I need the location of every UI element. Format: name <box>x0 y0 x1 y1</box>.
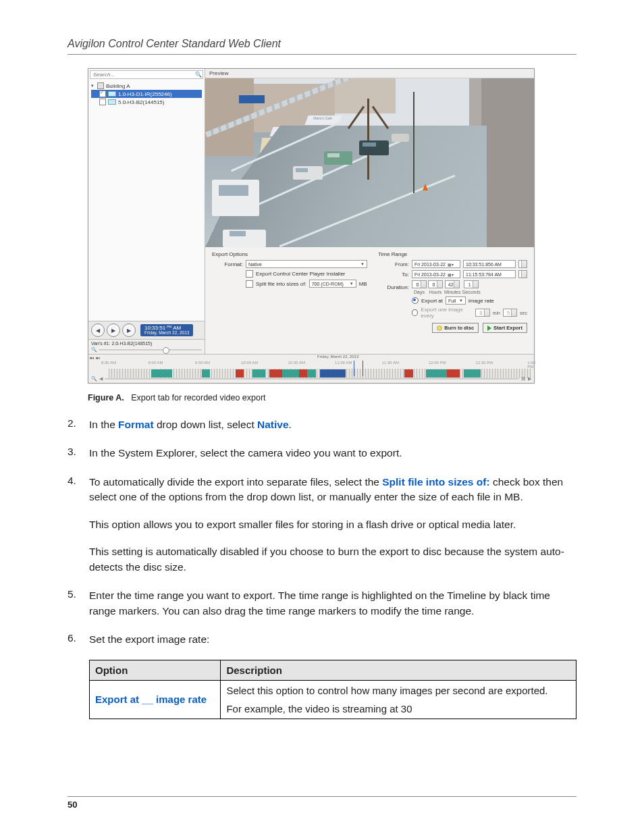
kw-split-file: Split file into sizes of: <box>382 476 489 488</box>
row-description: Select this option to control how many i… <box>221 680 576 719</box>
options-row: Export Options Format: Native ▼ Export C… <box>205 247 534 354</box>
search-icon: 🔍 <box>194 72 203 78</box>
timeline-zoom-slider[interactable] <box>105 378 519 380</box>
preview-label: Preview <box>205 69 534 78</box>
split-size-value: 700 (CD-ROM) <box>312 282 344 286</box>
step-2: 2. In the Format drop down list, select … <box>68 417 576 432</box>
to-time-spinner[interactable] <box>518 270 527 278</box>
dur-days[interactable]: 0 <box>412 280 427 288</box>
chevron-down-icon: ▼ <box>360 262 365 266</box>
page-footer: 50 <box>68 796 576 810</box>
tree-root[interactable]: ▾ Building A <box>91 82 202 90</box>
camera-icon <box>108 91 116 97</box>
collapse-icon[interactable]: ▤ <box>521 376 525 382</box>
zoom-out-icon[interactable]: 🔍 <box>91 347 97 353</box>
caption-prefix: Figure A. <box>88 393 124 402</box>
range-marker-end[interactable] <box>363 361 363 376</box>
tick-label: 10:00 AM <box>241 361 258 365</box>
dur-minutes[interactable]: 42 <box>445 280 460 288</box>
instruction-list: 2. In the Format drop down list, select … <box>68 417 576 719</box>
tick-label: 12:00 PM <box>429 361 446 365</box>
from-time-input[interactable]: 10:33:51:856 AM <box>463 260 516 268</box>
dur-seconds[interactable]: 1 <box>464 280 479 288</box>
main-panel: Preview Mario's Cafe <box>205 69 534 354</box>
from-label: From: <box>378 261 409 267</box>
step-back-button[interactable]: ◀ <box>91 323 105 337</box>
tick-label: 11:30 AM <box>382 361 399 365</box>
camera-icon <box>108 99 116 105</box>
tick-label: 8:30 AM <box>101 361 116 365</box>
sidebar: 🔍 ▾ Building A 1.0-H3-D1-IR(255246) <box>88 69 205 354</box>
interval-min[interactable]: 0 <box>475 309 489 317</box>
interval-radio[interactable] <box>412 309 418 316</box>
tree-item-label: 5.0-H3-B2(144515) <box>118 99 164 105</box>
playback-controls: ◀ ▶ ▶ 10:33:51 ᴾᴹ AM Friday, March 22, 2… <box>88 321 205 339</box>
tick-label: 11:00 AM <box>335 361 352 365</box>
from-date-picker[interactable]: Fri 2013-03-22▦▾ <box>412 260 460 268</box>
calendar-icon: ▦▾ <box>448 262 454 267</box>
footer-camera-name: Van's #1: 2.0-H3-B2(148515) <box>91 341 202 346</box>
site-icon <box>97 82 104 89</box>
time-range-panel: Time Range From: Fri 2013-03-22▦▾ 10:33:… <box>378 251 527 350</box>
tick-label: 9:00 AM <box>149 361 163 365</box>
search-input[interactable] <box>90 71 194 78</box>
to-date-picker[interactable]: Fri 2013-03-22▦▾ <box>412 270 460 278</box>
interval-label: Export one image every <box>421 307 473 319</box>
to-time-input[interactable]: 11:15:53:784 AM <box>463 270 516 278</box>
timeline-date: Friday, March 22, 2013 <box>316 355 360 359</box>
format-label: Format: <box>212 261 243 267</box>
rate-suffix: image rate <box>468 298 494 304</box>
tree-item-label: 1.0-H3-D1-IR(255246) <box>118 91 172 97</box>
timeline-ticks: 8:30 AM9:00 AM9:30 AM10:00 AM10:30 AM11:… <box>109 361 531 375</box>
device-tree: ▾ Building A 1.0-H3-D1-IR(255246) 5.0-H3… <box>88 80 205 321</box>
checkbox-icon[interactable] <box>99 99 106 105</box>
duration-label: Duration: <box>378 284 409 290</box>
rate-dropdown[interactable]: Full▼ <box>446 296 466 305</box>
format-dropdown[interactable]: Native ▼ <box>246 260 367 268</box>
interval-sec[interactable]: 5 <box>503 309 517 317</box>
chevron-down-icon: ▼ <box>459 298 463 303</box>
zoom-out-icon[interactable]: 🔍 <box>91 376 97 382</box>
sidebar-footer: Van's #1: 2.0-H3-B2(148515) 🔍 <box>88 339 205 354</box>
start-export-button[interactable]: Start Export <box>483 323 527 333</box>
checkbox-icon[interactable] <box>99 90 106 97</box>
image-rate-table: Option Description Export at __ image ra… <box>89 660 576 719</box>
range-marker-start[interactable] <box>354 361 354 376</box>
export-options-title: Export Options <box>212 251 367 257</box>
step-6: 6. Set the export image rate: Option Des… <box>68 632 576 719</box>
tick-label: 1:00 PM <box>527 361 535 369</box>
dur-hours[interactable]: 0 <box>428 280 443 288</box>
scroll-right-icon[interactable]: ▶ <box>527 376 531 382</box>
play-icon <box>487 325 491 331</box>
split-size-dropdown[interactable]: 700 (CD-ROM) ▼ <box>309 280 356 288</box>
sidebar-search[interactable]: 🔍 <box>90 70 203 79</box>
rate-label: Export at <box>421 298 443 304</box>
row-option: Export at __ image rate <box>90 680 221 719</box>
tree-item-1[interactable]: 5.0-H3-B2(144515) <box>91 98 202 106</box>
format-value: Native <box>248 262 262 267</box>
disc-icon <box>437 325 442 331</box>
split-checkbox[interactable] <box>246 280 253 288</box>
tree-root-label: Building A <box>106 83 130 89</box>
tree-item-0[interactable]: 1.0-H3-D1-IR(255246) <box>91 90 202 98</box>
step-fwd-button[interactable]: ▶ <box>122 323 136 337</box>
rate-radio[interactable] <box>412 297 419 304</box>
calendar-icon: ▦▾ <box>448 272 454 277</box>
player-checkbox[interactable] <box>246 270 253 278</box>
burn-to-disc-button[interactable]: Burn to disc <box>432 323 479 333</box>
page-number: 50 <box>68 800 77 810</box>
col-option: Option <box>90 660 221 680</box>
tick-label: 10:30 AM <box>288 361 305 365</box>
app-window: 🔍 ▾ Building A 1.0-H3-D1-IR(255246) <box>88 68 535 384</box>
tick-label: 9:30 AM <box>195 361 210 365</box>
play-button[interactable]: ▶ <box>107 323 120 337</box>
running-header: Avigilon Control Center Standard Web Cli… <box>68 38 576 50</box>
from-time-spinner[interactable] <box>518 260 527 268</box>
kw-format: Format <box>118 419 154 430</box>
playback-date: Friday, March 22, 2013 <box>144 331 189 336</box>
split-unit: MB <box>359 281 367 287</box>
step-3: 3. In the System Explorer, select the ca… <box>68 446 576 461</box>
timeline-skip-controls[interactable]: ⏮⏭ <box>90 356 102 360</box>
timeline[interactable]: ⏮⏭ Friday, March 22, 2013 <box>88 354 534 383</box>
zoom-slider[interactable] <box>99 349 202 350</box>
